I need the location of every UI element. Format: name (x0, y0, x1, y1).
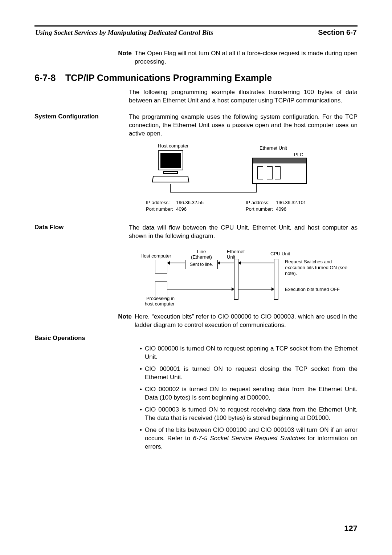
unit-port: 4096 (276, 206, 306, 212)
host-ip: 196.36.32.55 (176, 200, 204, 206)
df-cpu-lifeline (274, 259, 278, 300)
dataflow-note: Note Here, “execution bits” refer to CIO… (114, 313, 358, 329)
arrow-icon (218, 263, 234, 263)
dataflow-heading: Data Flow (34, 224, 129, 240)
list-item: CIO 000002 is turned ON to request sendi… (140, 385, 358, 402)
cross-reference: 6-7-5 Socket Service Request Switches (193, 435, 305, 442)
unit-ip: 196.36.32.101 (276, 200, 306, 206)
host-address-block: IP address:196.36.32.55 Port number:4096 (145, 199, 204, 213)
basic-operations-list: CIO 000000 is turned ON to request openi… (140, 345, 358, 451)
section-number: 6-7-8 (34, 73, 65, 83)
fig-plc-label: PLC (294, 152, 303, 157)
note-text: Here, “execution bits” refer to CIO 0000… (135, 313, 358, 329)
connector-line (170, 192, 257, 193)
ip-label: IP address: (246, 200, 275, 206)
df-request-note: Request Switches and execution bits turn… (285, 259, 350, 276)
page-number: 127 (344, 524, 358, 533)
df-host-label: Host computer (140, 253, 171, 259)
monitor-icon (158, 150, 183, 170)
dataflow-body: The data will flow between the CPU Unit,… (129, 224, 358, 240)
list-item: CIO 000000 is turned ON to request openi… (140, 345, 358, 361)
note-label: Note (114, 49, 132, 66)
host-port: 4096 (176, 206, 204, 212)
port-label: Port number: (146, 206, 175, 212)
section-title: TCP/IP Communications Programming Exampl… (65, 73, 272, 83)
arrow-icon (167, 289, 234, 289)
df-line-label: Line (Ethernet) (187, 249, 216, 260)
fig-host-computer-label: Host computer (158, 143, 189, 149)
note-label: Note (114, 313, 132, 329)
system-configuration-figure: Host computer Ethernet Unit PLC IP addre… (129, 143, 358, 216)
data-flow-figure: Host computer Line (Ethernet) Ethernet U… (129, 245, 358, 311)
connector-line (170, 184, 171, 192)
monitor-base-icon (163, 171, 178, 174)
running-head: Using Socket Services by Manipulating De… (34, 27, 358, 39)
header-rule-bottom (34, 39, 358, 39)
list-item: CIO 000003 is turned ON to request recei… (140, 406, 358, 422)
df-eth-label: Ethernet Unit (227, 249, 249, 260)
basicops-body (129, 335, 358, 342)
fig-ethernet-unit-label: Ethernet Unit (260, 145, 287, 151)
header-rule-thick (34, 25, 358, 27)
basic-operations-block: Basic Operations (34, 335, 358, 342)
section-intro: The following programming example illust… (129, 88, 358, 105)
system-configuration-block: System Configuration The programming exa… (34, 113, 358, 138)
running-head-title: Using Socket Services by Manipulating De… (35, 29, 213, 37)
note-text: The Open Flag will not turn ON at all if… (135, 49, 358, 66)
plc-slot (275, 166, 281, 179)
plc-slot (257, 166, 263, 179)
connector-line (256, 184, 257, 192)
sysconf-heading: System Configuration (34, 113, 129, 138)
plc-icon (252, 158, 307, 184)
arrow-icon (167, 263, 185, 263)
df-sent-to-line-box: Sent to line. (185, 260, 218, 269)
list-item: CIO 000001 is turned ON to request closi… (140, 365, 358, 382)
sysconf-body: The programming example uses the followi… (129, 113, 358, 138)
plc-top-strip (253, 158, 306, 163)
df-eth-lifeline (234, 259, 238, 300)
top-note: Note The Open Flag will not turn ON at a… (114, 49, 358, 66)
keyboard-icon (152, 176, 189, 182)
arrow-icon (238, 263, 274, 263)
df-cpu-label: CPU Unit (270, 251, 290, 256)
plc-slot (267, 166, 273, 179)
port-label: Port number: (246, 206, 275, 212)
df-host-lifeline (155, 260, 167, 274)
df-processing-label: Processing in host computer (135, 296, 175, 307)
ip-label: IP address: (146, 200, 175, 206)
running-head-section: Section 6-7 (318, 28, 357, 37)
df-execoff-note: Execution bits turned OFF (285, 287, 358, 292)
list-item: One of the bits between CIO 000100 and C… (140, 426, 358, 451)
arrow-icon (238, 289, 274, 289)
data-flow-block: Data Flow The data will flow between the… (34, 224, 358, 240)
section-heading: 6-7-8 TCP/IP Communications Programming … (34, 73, 358, 83)
unit-address-block: IP address:196.36.32.101 Port number:409… (245, 199, 307, 213)
basicops-heading: Basic Operations (34, 335, 129, 342)
